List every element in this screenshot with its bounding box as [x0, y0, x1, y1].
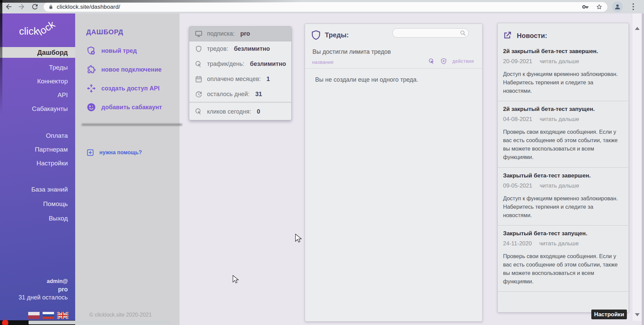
video-vignette [642, 13, 644, 325]
news-item: 2й закрытый бета-тест запущен. 04-08-202… [498, 101, 629, 167]
search-icon[interactable] [460, 30, 466, 36]
flag-pl-icon[interactable] [28, 312, 40, 319]
new-connection-label: новое подключение [101, 66, 162, 73]
news-item-body: Доступ к функциям временно заблокирован.… [503, 70, 623, 95]
stat-label: трафик/день: [207, 60, 244, 68]
url-text[interactable]: clicklock.site/dashboard/ [57, 4, 120, 10]
news-list: 2й закрытый бета-тест завершен. 20-09-20… [498, 43, 629, 292]
external-link-icon [503, 31, 512, 40]
divider [82, 124, 182, 126]
flag-uk-icon[interactable] [57, 312, 68, 319]
sidebar-item-knowledge-base[interactable]: База знаний [0, 182, 75, 197]
sidebar-item-threads[interactable]: Треды [0, 60, 75, 74]
page-scrollbar[interactable] [632, 13, 642, 321]
news-item-date: 24-11-2020 [503, 240, 532, 247]
news-item-title: 2й закрытый бета-тест завершен. [503, 48, 623, 55]
sidebar-item-settings[interactable]: Настройки [0, 156, 75, 170]
star-icon[interactable] [596, 3, 603, 10]
puzzle-icon [86, 65, 96, 75]
help-plus-icon [86, 149, 94, 157]
refresh-icon[interactable] [31, 3, 39, 11]
sidebar-item-help[interactable]: Помощь [0, 197, 75, 211]
language-switcher [28, 312, 68, 319]
new-thread-label: новый тред [101, 47, 137, 54]
key-icon[interactable] [582, 3, 589, 10]
column-header-actions: действия [428, 58, 474, 65]
player-progress-handle[interactable] [2, 320, 8, 325]
news-item-date: 04-08-2021 [503, 116, 532, 123]
sidebar: clicklock Дашборд Треды Коннектор API Са… [0, 13, 75, 320]
back-icon[interactable] [5, 3, 13, 11]
click-icon[interactable] [428, 58, 435, 65]
logo-click: click [19, 26, 39, 37]
create-api-access-label: создать доступ API [101, 85, 159, 92]
news-item-title: 2й закрытый бета-тест запущен. [503, 106, 623, 113]
new-connection-button[interactable]: новое подключение [86, 60, 162, 79]
dashboard-actions: новый тред новое подключение создать дос… [86, 41, 162, 117]
video-vignette [0, 0, 2, 114]
sidebar-item-partners[interactable]: Партнерам [0, 143, 75, 156]
read-more-link[interactable]: читать дальше [540, 58, 579, 65]
stat-value: безлимитно [234, 45, 270, 52]
stat-threads: тредов: безлимитно [189, 41, 291, 56]
stat-value: 0 [257, 108, 260, 115]
stat-label: тредов: [207, 45, 228, 52]
stat-clicks-today: кликов сегодня: 0 [189, 103, 291, 120]
shield-star-icon[interactable] [440, 58, 447, 65]
add-subaccount-button[interactable]: добавить сабакаунт [86, 98, 162, 117]
scroll-up-icon[interactable] [635, 27, 640, 30]
stat-value: безлимитно [250, 60, 286, 68]
click-icon [195, 60, 203, 68]
news-item: Закрытый бета-тест запущен. 24-11-2020 ч… [498, 226, 629, 292]
read-more-link[interactable]: читать дальше [539, 240, 579, 247]
stat-label: оплачено месяцев: [207, 76, 261, 83]
player-settings-tooltip: Настройки [591, 310, 627, 319]
stat-days-left: осталось дней: 31 [189, 87, 291, 102]
read-more-link[interactable]: читать дальше [540, 116, 579, 123]
forward-icon[interactable] [17, 3, 26, 11]
threads-empty-message: Вы не создали еще ни одного треда. [315, 76, 418, 83]
mouse-cursor [232, 275, 239, 284]
sidebar-item-subaccounts[interactable]: Сабакаунты [0, 102, 75, 116]
sidebar-item-logout[interactable]: Выход [0, 211, 75, 226]
threads-title: Треды: [325, 31, 349, 39]
need-help-label: нужна помощь? [99, 150, 142, 156]
address-bar[interactable]: clicklock.site/dashboard/ [44, 2, 607, 12]
sidebar-item-dashboard[interactable]: Дашборд [0, 47, 75, 58]
stat-label: подписка: [207, 30, 235, 37]
stat-label: осталось дней: [207, 91, 250, 98]
news-panel: Новости: 2й закрытый бета-тест завершен.… [497, 23, 629, 313]
read-more-link[interactable]: читать дальше [540, 182, 579, 189]
player-progress-buffer[interactable] [29, 321, 170, 324]
logo[interactable]: clicklock [0, 13, 75, 47]
add-subaccount-label: добавить сабакаунт [101, 104, 162, 111]
need-help-link[interactable]: нужна помощь? [86, 149, 142, 157]
shield-plus-icon [86, 46, 96, 56]
clock-icon [195, 90, 203, 98]
shield-icon [311, 30, 321, 41]
stat-value: pro [240, 30, 250, 37]
mouse-cursor [295, 234, 302, 244]
sidebar-item-connector[interactable]: Коннектор [0, 74, 75, 88]
column-header-actions-label: действия [452, 58, 474, 64]
scroll-down-icon[interactable] [635, 313, 640, 316]
account-info: admin@ pro 31 дней осталось [18, 278, 68, 301]
menu-dots-icon[interactable] [632, 3, 634, 10]
click-icon [195, 108, 203, 116]
threads-limit-message: Вы достигли лимита тредов [312, 48, 391, 55]
account-days-left: 31 дней осталось [18, 294, 68, 301]
news-item-body: Доступ к функциям временно заблокирован.… [503, 194, 623, 219]
create-api-access-button[interactable]: создать доступ API [86, 79, 162, 98]
stat-subscription: подписка: pro [189, 27, 291, 41]
stat-value: 31 [255, 91, 262, 98]
video-vignette [0, 0, 302, 3]
profile-icon[interactable] [612, 1, 623, 12]
flag-ru-icon[interactable] [43, 312, 54, 319]
news-item-date: 09-05-2021 [503, 182, 532, 189]
sidebar-nav: Треды Коннектор API Сабакаунты Оплата Па… [0, 60, 75, 226]
dashboard-panel: ДАШБОРД новый тред новое подключение соз… [75, 13, 180, 325]
threads-search-input[interactable] [392, 28, 469, 38]
sidebar-item-api[interactable]: API [0, 88, 75, 102]
new-thread-button[interactable]: новый тред [86, 41, 162, 60]
sidebar-item-payment[interactable]: Оплата [0, 129, 75, 143]
